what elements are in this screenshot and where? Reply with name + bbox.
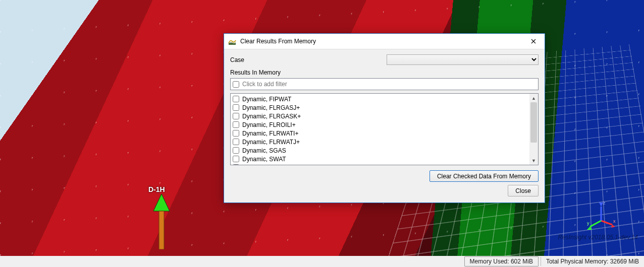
- well-label: D-1H: [148, 185, 165, 193]
- svg-marker-3: [611, 225, 615, 228]
- results-list: Dynamic, FIPWATDynamic, FLRGASJ+Dynamic,…: [230, 93, 539, 165]
- list-item-label: Dynamic, FLRGASK+: [242, 113, 301, 120]
- filter-row: [230, 78, 539, 90]
- list-item-checkbox[interactable]: [233, 96, 239, 102]
- list-item[interactable]: Dynamic, FLRWATJ+: [231, 138, 529, 146]
- svg-marker-7: [599, 203, 603, 207]
- status-bar: Memory Used: 602 MiB Total Physical Memo…: [0, 256, 644, 267]
- filter-select-all-checkbox[interactable]: [233, 81, 239, 88]
- list-item-checkbox[interactable]: [233, 147, 239, 154]
- dialog-titlebar[interactable]: Clear Results From Memory: [224, 34, 545, 49]
- list-item[interactable]: Dynamic, FLRGASJ+: [231, 103, 529, 112]
- list-item[interactable]: Dynamic, FIPWAT: [231, 95, 529, 103]
- svg-text:x: x: [613, 219, 616, 224]
- list-item-label: Dynamic, SGAS: [242, 147, 286, 154]
- scroll-up-icon[interactable]: ▲: [529, 94, 538, 102]
- scroll-thumb[interactable]: [530, 102, 537, 143]
- list-item-label: Dynamic, FLRWATJ+: [242, 139, 300, 146]
- close-dialog-button[interactable]: Close: [508, 185, 539, 196]
- list-item-label: Dynamic, FLRGASJ+: [242, 104, 300, 111]
- svg-line-2: [601, 221, 612, 225]
- svg-text:y: y: [587, 221, 589, 226]
- list-item-label: Dynamic, FIPWAT: [242, 96, 291, 103]
- list-item-checkbox[interactable]: [233, 156, 239, 162]
- list-item[interactable]: Dynamic, SWAT: [231, 155, 529, 163]
- scrollbar[interactable]: ▲ ▼: [529, 94, 538, 165]
- list-item-checkbox[interactable]: [233, 139, 239, 145]
- results-label: Results In Memory: [230, 69, 539, 76]
- list-item-checkbox[interactable]: [233, 130, 239, 137]
- clear-checked-button[interactable]: Clear Checked Data From Memory: [430, 170, 539, 182]
- list-item[interactable]: Dynamic, FLRWATI+: [231, 129, 529, 138]
- list-item-checkbox[interactable]: [233, 121, 239, 128]
- close-icon: [531, 39, 536, 44]
- list-item-label: Dynamic, FLRWATI+: [242, 130, 298, 137]
- list-item[interactable]: Dynamic, SGAS: [231, 146, 529, 155]
- watermark: ResInsight v2018.05.1-dev.14: [558, 234, 638, 241]
- list-item-checkbox[interactable]: [233, 104, 239, 111]
- case-label: Case: [230, 56, 387, 63]
- svg-line-4: [590, 221, 601, 227]
- list-item-label: Dynamic, SWAT: [242, 156, 286, 163]
- list-item[interactable]: Dynamic, FLROILI+: [231, 120, 529, 129]
- case-select[interactable]: [387, 54, 539, 65]
- list-item-checkbox[interactable]: [233, 113, 239, 119]
- svg-marker-0: [153, 194, 170, 211]
- dialog-title: Clear Results From Memory: [240, 38, 522, 45]
- scroll-down-icon[interactable]: ▼: [529, 156, 538, 165]
- list-item-checkbox[interactable]: [233, 164, 239, 165]
- svg-rect-1: [159, 211, 164, 249]
- list-item[interactable]: Dynamic, FLRGASK+: [231, 112, 529, 120]
- list-item[interactable]: Static, MULTPV: [231, 163, 529, 165]
- well-arrow-icon: [151, 194, 172, 249]
- list-item-label: Static, MULTPV: [242, 164, 285, 165]
- close-button[interactable]: [522, 34, 545, 49]
- list-item-label: Dynamic, FLROILI+: [242, 121, 296, 128]
- filter-input[interactable]: [242, 79, 538, 89]
- clear-results-dialog: Clear Results From Memory Case Results I…: [224, 33, 545, 203]
- axis-triad-icon: x y z: [586, 201, 616, 231]
- svg-text:z: z: [603, 201, 606, 206]
- app-icon: [228, 37, 236, 45]
- svg-marker-5: [587, 227, 592, 230]
- total-memory: Total Physical Memory: 32669 MiB: [541, 257, 644, 266]
- memory-used: Memory Used: 602 MiB: [464, 256, 539, 266]
